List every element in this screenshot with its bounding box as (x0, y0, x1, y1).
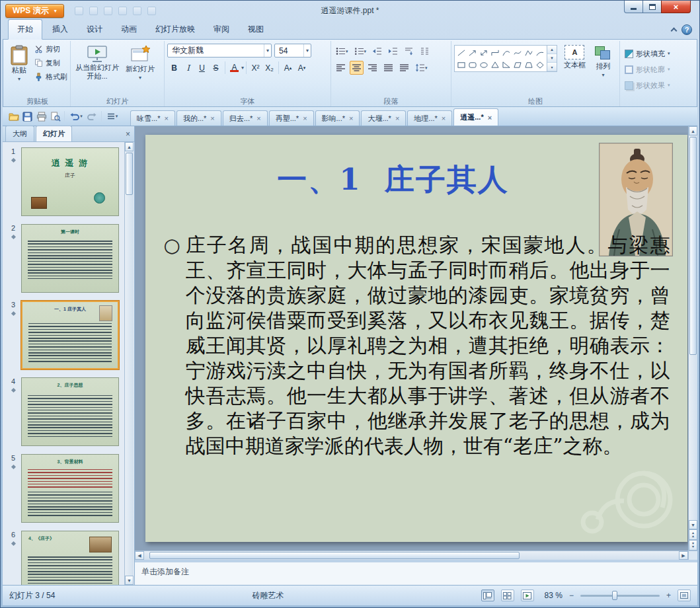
text-box-button[interactable]: A 文本框 (560, 42, 590, 70)
quick-access-icon[interactable] (133, 7, 141, 15)
scroll-up-button[interactable]: ▲ (125, 142, 134, 151)
quick-access-icon[interactable] (104, 7, 112, 15)
tab-close-icon[interactable]: × (488, 114, 492, 122)
vertical-scrollbar[interactable]: ▲ ▼ ▴ ▴ ▾ ▾ (688, 126, 697, 551)
cut-button[interactable]: 剪切 (32, 42, 69, 56)
tab-review[interactable]: 审阅 (205, 20, 238, 39)
scroll-down-button[interactable]: ▼ (125, 576, 134, 585)
shape-triangle-button[interactable] (490, 59, 500, 70)
shape-elbow-connector-button[interactable] (490, 47, 500, 58)
slide-thumbnail-2[interactable]: 第一课时 (21, 224, 119, 293)
slide-body-textbox[interactable]: ○ 庄子名周，战国中期的思想家，宋国蒙地人。与梁惠王、齐宣王同时，大体与孟子同时… (145, 233, 687, 459)
zoom-slider-thumb[interactable] (612, 591, 617, 600)
tab-design[interactable]: 设计 (78, 20, 111, 39)
slide-thumbnail-4[interactable]: 2、庄子思想 (21, 377, 119, 446)
tab-close-icon[interactable]: × (442, 114, 446, 122)
tab-close-icon[interactable]: × (164, 114, 168, 122)
close-button[interactable]: × (661, 1, 691, 13)
italic-button[interactable]: I (181, 61, 195, 75)
shape-scribble-button[interactable] (512, 47, 523, 58)
font-size-select[interactable]: 54 ▾ (274, 44, 311, 57)
open-button[interactable] (7, 110, 20, 124)
tab-slides[interactable]: 幻灯片 (36, 126, 72, 141)
shape-curve-button[interactable] (501, 47, 512, 58)
normal-view-button[interactable] (481, 589, 494, 601)
minimize-button[interactable] (624, 1, 643, 13)
slide-thumbnail-5[interactable]: 3、背景材料 (21, 454, 119, 523)
tab-close-icon[interactable]: × (256, 114, 260, 122)
subscript-button[interactable]: X₂ (262, 61, 276, 75)
scrollbar-track[interactable] (689, 135, 697, 520)
slide[interactable]: 一、1 庄子其人 (145, 135, 687, 542)
increase-indent-button[interactable] (386, 44, 400, 58)
quick-access-icon[interactable] (75, 7, 83, 15)
slide-canvas[interactable]: 一、1 庄子其人 (135, 126, 697, 560)
document-tab[interactable]: 再塑...* × (269, 110, 314, 126)
document-tab[interactable]: 大堰...* × (361, 110, 406, 126)
bold-button[interactable]: B (167, 61, 181, 75)
shape-line-button[interactable] (456, 47, 467, 58)
scroll-up-button[interactable]: ▲ (689, 126, 697, 135)
chevron-down-icon[interactable]: ▾ (241, 65, 244, 71)
superscript-button[interactable]: X² (249, 61, 262, 75)
justify-button[interactable] (381, 61, 395, 75)
previous-slide-button[interactable]: ▴ ▴ (689, 529, 697, 540)
slide-sorter-view-button[interactable] (501, 589, 514, 601)
slide-title[interactable]: 一、1 庄子其人 (162, 160, 625, 200)
scrollbar-thumb[interactable] (689, 137, 697, 355)
tab-insert[interactable]: 插入 (44, 20, 77, 39)
notes-pane[interactable]: 单击添加备注 (135, 560, 697, 585)
decrease-font-size-button[interactable]: A▾ (295, 61, 309, 75)
print-preview-button[interactable] (48, 110, 62, 124)
arrange-button[interactable]: 排列 ▾ (590, 42, 617, 80)
shape-parallelogram-button[interactable] (512, 59, 523, 70)
slide-thumbnail-6[interactable]: 4、《庄子》 (21, 531, 119, 585)
strikethrough-button[interactable]: S (209, 61, 223, 75)
format-painter-button[interactable]: 格式刷 (32, 70, 69, 84)
help-button[interactable]: ? (681, 24, 692, 35)
collapse-ribbon-icon[interactable] (671, 28, 678, 34)
tab-close-icon[interactable]: × (303, 114, 307, 122)
shape-effects-button[interactable]: 形状效果 ▾ (623, 79, 672, 93)
bullets-button[interactable]: ▾ (334, 44, 350, 58)
shape-double-arrow-button[interactable] (479, 47, 489, 58)
tab-home[interactable]: 开始 (8, 19, 42, 40)
maximize-button[interactable] (642, 1, 662, 13)
font-name-select[interactable]: 华文新魏 ▾ (167, 44, 272, 57)
scroll-left-button[interactable]: ◀ (135, 551, 144, 560)
line-spacing-button[interactable]: ▾ (413, 61, 430, 75)
zoom-out-button[interactable]: − (569, 591, 574, 600)
shapes-more-button[interactable]: ▾ (547, 63, 557, 71)
scroll-right-button[interactable]: ▶ (679, 551, 688, 560)
shape-freeform-button[interactable] (524, 47, 534, 58)
copy-button[interactable]: 复制 (32, 56, 69, 70)
quick-access-icon[interactable] (89, 7, 98, 15)
shape-rounded-rectangle-button[interactable] (467, 59, 478, 70)
document-tab-active[interactable]: 逍遥...* × (453, 108, 498, 126)
document-tab[interactable]: 地理...* × (407, 110, 452, 126)
shape-arc-button[interactable] (535, 47, 545, 58)
wps-menu-button[interactable]: WPS 演示 ▾ (5, 4, 64, 18)
shape-fill-button[interactable]: 形状填充 ▾ (623, 47, 672, 61)
start-from-current-slide-button[interactable]: 从当前幻灯片 开始... (73, 42, 121, 81)
tab-close-icon[interactable]: × (349, 114, 353, 122)
horizontal-scrollbar[interactable]: ◀ ▶ (135, 551, 688, 560)
shape-oval-button[interactable] (479, 59, 489, 70)
zoom-slider[interactable] (580, 590, 660, 601)
shape-right-triangle-button[interactable] (501, 59, 512, 70)
quick-access-icon[interactable] (118, 7, 127, 15)
toolbar-menu-button[interactable]: ▾ (104, 110, 121, 124)
shapes-scroll-down-button[interactable]: ▼ (547, 54, 557, 63)
scroll-down-button[interactable]: ▼ (689, 520, 697, 529)
shape-rectangle-button[interactable] (456, 59, 467, 70)
increase-font-size-button[interactable]: A▴ (281, 61, 295, 75)
align-center-button[interactable] (350, 61, 364, 75)
shape-arrow-button[interactable] (467, 47, 478, 58)
underline-button[interactable]: U (195, 61, 209, 75)
tab-slideshow[interactable]: 幻灯片放映 (147, 20, 204, 39)
save-button[interactable] (20, 110, 34, 124)
slide-thumbnail-3-selected[interactable]: 一、1 庄子其人 (21, 301, 119, 369)
tab-close-icon[interactable]: × (210, 114, 214, 122)
text-direction-button[interactable] (402, 44, 416, 58)
redo-button[interactable] (85, 110, 99, 124)
